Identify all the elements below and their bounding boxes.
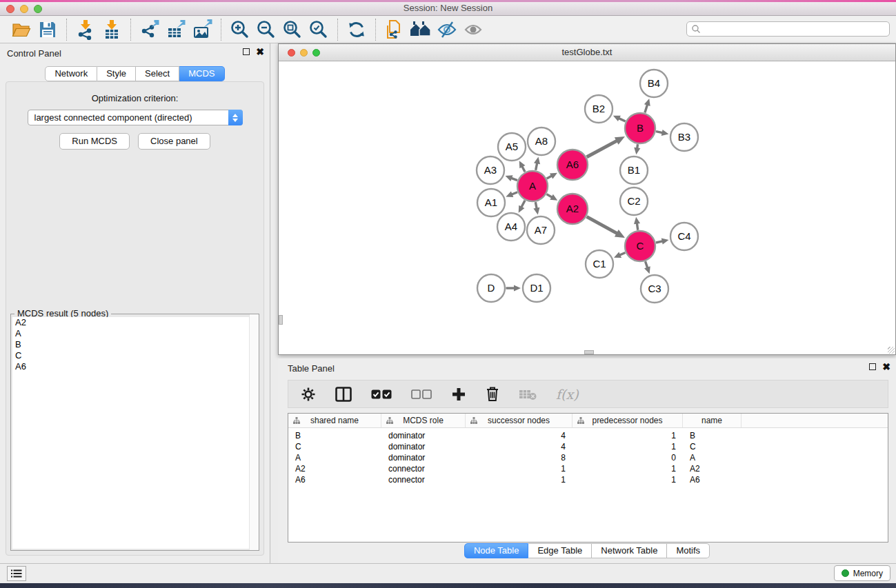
open-session-icon[interactable] xyxy=(10,19,33,41)
node-table-body[interactable]: Bdominator41BCdominator41CAdominator80AA… xyxy=(288,428,888,485)
mcds-result-list[interactable]: A2ABCA6 xyxy=(12,317,257,549)
node-B4[interactable]: B4 xyxy=(640,70,668,97)
node-C4[interactable]: C4 xyxy=(670,223,698,250)
deselect-all-icon[interactable] xyxy=(411,389,432,400)
add-column-icon[interactable] xyxy=(451,387,466,402)
run-mcds-button[interactable]: Run MCDS xyxy=(59,133,130,150)
table-row[interactable]: A2connector11A2 xyxy=(288,463,888,474)
tab-motifs[interactable]: Motifs xyxy=(667,543,710,558)
table-row[interactable]: A6connector11A6 xyxy=(288,474,888,485)
export-network-icon[interactable] xyxy=(138,19,161,41)
function-builder-icon[interactable]: f(x) xyxy=(556,387,579,402)
tab-style[interactable]: Style xyxy=(97,66,136,81)
column-header-name[interactable]: name xyxy=(683,414,741,427)
refresh-layout-icon[interactable] xyxy=(345,19,368,41)
edge-B-B4[interactable] xyxy=(644,99,650,106)
export-table-icon[interactable] xyxy=(164,19,188,41)
network-graph[interactable]: B4B2BB3A5A8A6A3B1AA1C2A2A4A7CC4C1C3DD1 xyxy=(279,61,895,354)
delete-table-icon[interactable] xyxy=(519,388,537,401)
node-B1[interactable]: B1 xyxy=(620,156,648,184)
export-image-icon[interactable] xyxy=(190,19,214,41)
tab-network-table[interactable]: Network Table xyxy=(592,543,667,558)
mcds-result-item[interactable]: C xyxy=(12,350,257,361)
tab-network[interactable]: Network xyxy=(45,66,97,81)
node-A[interactable]: A xyxy=(517,171,548,201)
delete-column-icon[interactable] xyxy=(486,386,499,402)
node-A1[interactable]: A1 xyxy=(477,189,505,216)
table-row[interactable]: Bdominator41B xyxy=(288,430,888,441)
table-row[interactable]: Adominator80A xyxy=(288,452,888,463)
node-A4[interactable]: A4 xyxy=(497,213,525,241)
zoom-out-icon[interactable] xyxy=(255,19,278,41)
gear-icon[interactable] xyxy=(301,387,316,402)
houses-icon[interactable] xyxy=(409,19,432,41)
node-A2[interactable]: A2 xyxy=(557,194,588,224)
table-row[interactable]: Cdominator41C xyxy=(288,441,888,452)
edge-C-C3[interactable] xyxy=(644,266,650,274)
node-A7[interactable]: A7 xyxy=(527,216,555,244)
network-resize-grip[interactable] xyxy=(888,347,895,354)
task-history-button[interactable] xyxy=(7,566,26,581)
edge-B-B1[interactable] xyxy=(634,148,640,155)
mcds-result-item[interactable]: A6 xyxy=(12,361,257,372)
eye-icon[interactable] xyxy=(461,19,485,41)
float-panel-icon[interactable] xyxy=(243,48,250,55)
network-canvas[interactable]: B4B2BB3A5A8A6A3B1AA1C2A2A4A7CC4C1C3DD1 xyxy=(279,61,895,354)
criterion-dropdown[interactable]: largest connected component (directed) xyxy=(28,110,243,125)
close-panel-icon[interactable]: ✖ xyxy=(256,48,264,55)
edge-D-D1[interactable] xyxy=(514,285,521,291)
node-B2[interactable]: B2 xyxy=(585,95,613,123)
split-column-icon[interactable] xyxy=(335,387,352,402)
search-input[interactable] xyxy=(701,23,889,34)
network-horizontal-scroll-thumb[interactable] xyxy=(584,350,594,354)
copy-network-icon[interactable] xyxy=(383,19,406,41)
node-A6[interactable]: A6 xyxy=(557,150,588,180)
node-C3[interactable]: C3 xyxy=(641,275,668,303)
import-table-icon[interactable] xyxy=(100,19,123,41)
column-header-shared-name[interactable]: shared name xyxy=(288,414,381,427)
edge-A-A8[interactable] xyxy=(534,157,540,165)
edge-A-A7[interactable] xyxy=(533,207,539,215)
node-table-header[interactable]: shared nameMCDS rolesuccessor nodesprede… xyxy=(288,414,888,428)
edge-A-A3[interactable] xyxy=(506,175,513,181)
column-header-MCDS-role[interactable]: MCDS role xyxy=(381,414,466,427)
zoom-selected-icon[interactable] xyxy=(307,19,330,41)
import-network-icon[interactable] xyxy=(74,19,97,41)
column-header-successor-nodes[interactable]: successor nodes xyxy=(466,414,573,427)
node-table[interactable]: shared nameMCDS rolesuccessor nodesprede… xyxy=(288,413,888,543)
close-table-panel-icon[interactable]: ✖ xyxy=(882,363,890,370)
mcds-result-scrollbar[interactable] xyxy=(249,314,259,550)
node-C[interactable]: C xyxy=(625,231,655,261)
search-box[interactable] xyxy=(686,21,890,37)
edge-C-C2[interactable] xyxy=(634,217,640,225)
tab-mcds[interactable]: MCDS xyxy=(179,66,224,81)
column-header-predecessor-nodes[interactable]: predecessor nodes xyxy=(573,414,683,427)
node-B3[interactable]: B3 xyxy=(670,123,698,151)
node-C1[interactable]: C1 xyxy=(586,250,613,278)
node-A8[interactable]: A8 xyxy=(528,128,555,155)
save-session-icon[interactable] xyxy=(36,19,59,41)
tab-node-table[interactable]: Node Table xyxy=(464,543,529,558)
zoom-fit-icon[interactable] xyxy=(281,19,304,41)
network-vertical-scroll-thumb[interactable] xyxy=(279,315,283,325)
edge-B-B3[interactable] xyxy=(661,130,669,136)
edge-C-C4[interactable] xyxy=(661,239,669,245)
mcds-result-item[interactable]: A xyxy=(12,328,257,339)
node-A5[interactable]: A5 xyxy=(498,133,526,161)
mcds-result-item[interactable]: B xyxy=(12,339,257,350)
node-B[interactable]: B xyxy=(625,113,655,143)
select-all-icon[interactable] xyxy=(371,389,392,400)
node-D1[interactable]: D1 xyxy=(523,274,550,302)
tab-edge-table[interactable]: Edge Table xyxy=(528,543,592,558)
zoom-in-icon[interactable] xyxy=(228,19,252,41)
node-A3[interactable]: A3 xyxy=(477,156,504,184)
tab-select[interactable]: Select xyxy=(136,66,179,81)
close-panel-button[interactable]: Close panel xyxy=(138,133,210,150)
mcds-result-item[interactable]: A2 xyxy=(12,317,257,328)
memory-button[interactable]: Memory xyxy=(834,565,890,581)
eye-slash-icon[interactable] xyxy=(435,19,459,41)
node-D[interactable]: D xyxy=(477,274,505,302)
float-table-panel-icon[interactable] xyxy=(869,363,876,370)
node-C2[interactable]: C2 xyxy=(620,187,648,215)
network-window-titlebar[interactable]: testGlobe.txt xyxy=(279,44,895,61)
